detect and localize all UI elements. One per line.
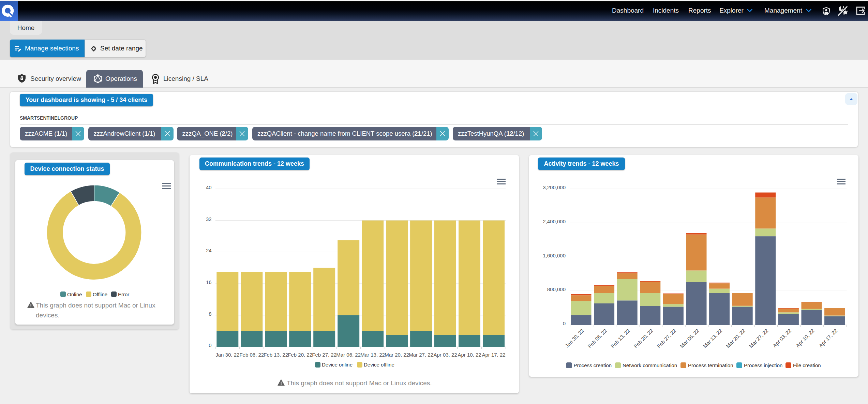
svg-text:1,600,000: 1,600,000 xyxy=(543,253,566,258)
svg-text:Mar 13, 22: Mar 13, 22 xyxy=(702,328,723,349)
svg-text:Offline: Offline xyxy=(93,291,107,297)
svg-text:Mar 20, 22: Mar 20, 22 xyxy=(385,352,409,358)
svg-text:16: 16 xyxy=(206,279,212,285)
svg-text:Mar 06, 22: Mar 06, 22 xyxy=(679,328,700,349)
svg-text:Jan 30, 22: Jan 30, 22 xyxy=(564,328,585,349)
svg-text:Apr 10, 22: Apr 10, 22 xyxy=(458,352,481,358)
svg-text:Device online: Device online xyxy=(322,362,353,368)
svg-text:Mar 27, 22: Mar 27, 22 xyxy=(409,352,433,358)
svg-text:2,400,000: 2,400,000 xyxy=(543,219,566,224)
svg-text:Apr 17, 22: Apr 17, 22 xyxy=(818,328,838,348)
svg-text:Online: Online xyxy=(67,291,82,297)
svg-text:Mar 06, 22: Mar 06, 22 xyxy=(336,352,361,358)
svg-text:Network communication: Network communication xyxy=(623,362,677,368)
svg-text:Feb 20, 22: Feb 20, 22 xyxy=(633,328,654,349)
svg-text:Process creation: Process creation xyxy=(574,362,612,368)
svg-text:Error: Error xyxy=(118,291,129,297)
svg-text:32: 32 xyxy=(206,216,212,222)
svg-text:This graph does not support Ma: This graph does not support Mac or Linux… xyxy=(287,379,432,387)
svg-text:Feb 06, 22: Feb 06, 22 xyxy=(239,352,264,358)
svg-text:Jan 30, 22: Jan 30, 22 xyxy=(215,352,239,358)
svg-text:Mar 27, 22: Mar 27, 22 xyxy=(748,328,769,349)
svg-text:24: 24 xyxy=(206,248,212,253)
svg-text:Feb 06, 22: Feb 06, 22 xyxy=(586,328,608,349)
svg-text:Feb 20, 22: Feb 20, 22 xyxy=(288,352,312,358)
svg-text:File creation: File creation xyxy=(793,362,821,368)
svg-text:Feb 27, 22: Feb 27, 22 xyxy=(656,328,677,349)
svg-text:Process injection: Process injection xyxy=(744,362,782,368)
svg-text:800,000: 800,000 xyxy=(547,286,566,292)
svg-text:Apr 10, 22: Apr 10, 22 xyxy=(795,328,815,348)
svg-text:devices.: devices. xyxy=(36,312,60,319)
svg-text:Feb 27, 22: Feb 27, 22 xyxy=(312,352,336,358)
svg-text:Apr 03, 22: Apr 03, 22 xyxy=(772,328,792,348)
svg-text:40: 40 xyxy=(206,184,212,190)
svg-text:Process termination: Process termination xyxy=(688,362,733,368)
svg-text:0: 0 xyxy=(563,320,566,326)
svg-text:Feb 13, 22: Feb 13, 22 xyxy=(264,352,288,358)
svg-text:Apr 03, 22: Apr 03, 22 xyxy=(433,352,457,358)
svg-text:Device offline: Device offline xyxy=(364,362,394,368)
svg-text:Apr 17, 22: Apr 17, 22 xyxy=(482,352,505,358)
svg-text:0: 0 xyxy=(209,342,211,348)
svg-text:This graph does not support Ma: This graph does not support Mac or Linux xyxy=(36,302,155,309)
svg-text:Feb 13, 22: Feb 13, 22 xyxy=(610,328,631,349)
svg-text:3,200,000: 3,200,000 xyxy=(543,184,566,190)
svg-text:Mar 13, 22: Mar 13, 22 xyxy=(360,352,385,358)
svg-text:8: 8 xyxy=(209,311,211,317)
svg-text:Mar 20, 22: Mar 20, 22 xyxy=(725,328,746,349)
